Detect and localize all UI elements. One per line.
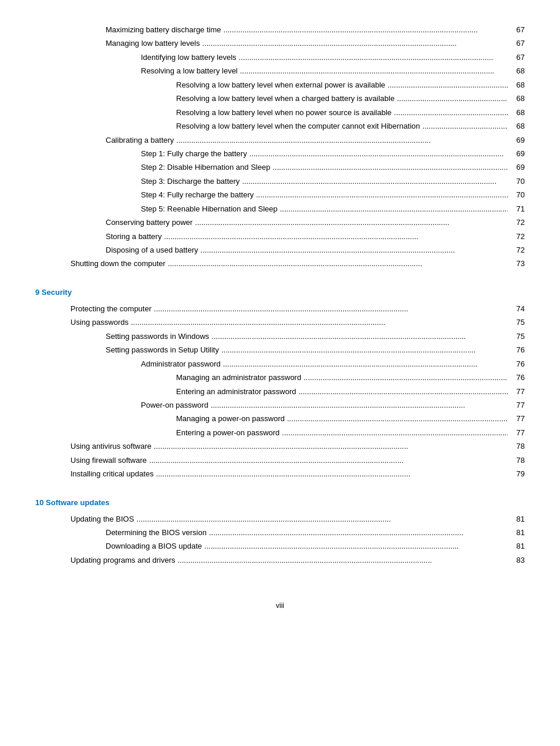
toc-dots: ........................................… (219, 344, 508, 356)
toc-entry: Setting passwords in Setup Utility .....… (35, 344, 525, 356)
toc-entry-label: Shutting down the computer (70, 257, 166, 270)
toc-entry-label: Step 5: Reenable Hibernation and Sleep (141, 203, 278, 215)
toc-entry-label: Maximizing battery discharge time (106, 23, 221, 36)
toc-entry: Updating the BIOS ......................… (35, 513, 525, 525)
toc-dots: ........................................… (278, 203, 508, 215)
toc-entry: Updating programs and drivers ..........… (35, 554, 525, 566)
toc-entry: Using firewall software ................… (35, 454, 525, 466)
toc-entry: Determining the BIOS version ...........… (35, 526, 525, 539)
toc-dots: ........................................… (279, 426, 508, 439)
toc-dots: ........................................… (193, 216, 508, 228)
toc-dots: ........................................… (161, 230, 508, 243)
toc-entry-page: 77 (510, 426, 525, 439)
toc-entry: Power-on password ......................… (35, 399, 525, 411)
toc-entry-page: 69 (510, 147, 525, 160)
toc-entry-page: 77 (510, 412, 525, 425)
toc-entry-page: 78 (510, 440, 525, 452)
toc-entry-page: 76 (510, 371, 525, 384)
toc-dots: ........................................… (385, 79, 508, 91)
toc-entry-label: Resolving a low battery level when the c… (176, 120, 420, 132)
toc-entry-page: 70 (510, 175, 525, 187)
toc-entry: Step 3: Discharge the battery ..........… (35, 175, 525, 187)
toc-entry-label: Setting passwords in Windows (106, 330, 209, 342)
toc-entry-page: 76 (510, 358, 525, 370)
toc-entry-label: Downloading a BIOS update (106, 540, 202, 552)
toc-entry-label: Using antivirus software (70, 440, 151, 452)
toc-entry: Resolving a low battery level when a cha… (35, 92, 525, 105)
toc-entry: Disposing of a used battery ............… (35, 244, 525, 256)
toc-entry-page: 75 (510, 316, 525, 328)
toc-entry-page: 73 (510, 257, 525, 270)
toc-entry-label: Storing a battery (106, 230, 161, 243)
toc-entry-page: 72 (510, 216, 525, 228)
toc-entry-page: 67 (510, 51, 525, 63)
toc-entry-page: 81 (510, 540, 525, 552)
toc-entry: Step 5: Reenable Hibernation and Sleep .… (35, 203, 525, 215)
toc-entry-page: 71 (510, 203, 525, 215)
toc-dots: ........................................… (270, 161, 508, 173)
toc-entry-label: Identifying low battery levels (141, 51, 237, 63)
toc-container: Maximizing battery discharge time ......… (35, 23, 525, 566)
toc-entry-page: 68 (510, 106, 525, 119)
toc-dots: ........................................… (221, 23, 508, 36)
toc-dots: ........................................… (129, 316, 508, 328)
section-heading-9: 9 Security (35, 288, 525, 297)
toc-entry: Managing low battery levels ............… (35, 37, 525, 49)
toc-entry: Conserving battery power ...............… (35, 216, 525, 228)
toc-entry-page: 76 (510, 344, 525, 356)
toc-dots: ........................................… (392, 106, 508, 119)
toc-dots: ........................................… (151, 303, 508, 315)
section-heading-10: 10 Software updates (35, 498, 525, 507)
toc-entry-page: 77 (510, 385, 525, 398)
toc-entry-page: 69 (510, 161, 525, 173)
toc-entry: Using passwords ........................… (35, 316, 525, 328)
toc-dots: ........................................… (202, 540, 508, 552)
toc-dots: ........................................… (296, 385, 508, 398)
toc-entry: Step 2: Disable Hibernation and Sleep ..… (35, 161, 525, 173)
toc-entry: Resolving a low battery level ..........… (35, 65, 525, 77)
toc-entry: Resolving a low battery level when the c… (35, 120, 525, 132)
toc-entry: Maximizing battery discharge time ......… (35, 23, 525, 36)
toc-entry-label: Managing low battery levels (106, 37, 200, 49)
toc-entry-page: 77 (510, 399, 525, 411)
toc-entry-label: Managing an administrator password (176, 371, 301, 384)
toc-entry-label: Determining the BIOS version (106, 526, 207, 539)
toc-dots: ........................................… (166, 257, 508, 270)
toc-entry-label: Power-on password (141, 399, 208, 411)
toc-entry-label: Resolving a low battery level when a cha… (176, 92, 394, 105)
toc-entry: Protecting the computer ................… (35, 303, 525, 315)
toc-entry: Storing a battery ......................… (35, 230, 525, 243)
toc-entry-label: Conserving battery power (106, 216, 193, 228)
toc-entry: Resolving a low battery level when exter… (35, 79, 525, 91)
toc-entry-label: Entering an administrator password (176, 385, 296, 398)
toc-entry-label: Step 3: Discharge the battery (141, 175, 239, 187)
toc-entry-page: 67 (510, 37, 525, 49)
toc-dots: ........................................… (247, 147, 508, 160)
toc-entry-label: Using firewall software (70, 454, 147, 466)
toc-entry-page: 69 (510, 134, 525, 146)
toc-entry-page: 72 (510, 244, 525, 256)
toc-dots: ........................................… (420, 120, 508, 132)
toc-entry: Installing critical updates ............… (35, 468, 525, 480)
toc-entry-label: Administrator password (141, 358, 221, 370)
toc-dots: ........................................… (207, 526, 508, 539)
toc-entry-label: Resolving a low battery level (141, 65, 238, 77)
toc-entry: Step 1: Fully charge the battery .......… (35, 147, 525, 160)
toc-entry-label: Entering a power-on password (176, 426, 279, 439)
toc-dots: ........................................… (209, 330, 508, 342)
toc-entry-label: Managing a power-on password (176, 412, 285, 425)
toc-entry: Entering a power-on password ...........… (35, 426, 525, 439)
toc-entry: Entering an administrator password .....… (35, 385, 525, 398)
toc-dots: ........................................… (147, 454, 508, 466)
toc-entry-page: 83 (510, 554, 525, 566)
toc-dots: ........................................… (198, 244, 508, 256)
toc-entry: Resolving a low battery level when no po… (35, 106, 525, 119)
toc-dots: ........................................… (301, 371, 508, 384)
toc-entry-label: Step 1: Fully charge the battery (141, 147, 247, 160)
toc-entry-label: Step 2: Disable Hibernation and Sleep (141, 161, 270, 173)
toc-entry: Step 4: Fully recharge the battery .....… (35, 189, 525, 201)
toc-dots: ........................................… (174, 134, 508, 146)
toc-entry-page: 68 (510, 92, 525, 105)
toc-entry-page: 67 (510, 23, 525, 36)
toc-entry-page: 75 (510, 330, 525, 342)
